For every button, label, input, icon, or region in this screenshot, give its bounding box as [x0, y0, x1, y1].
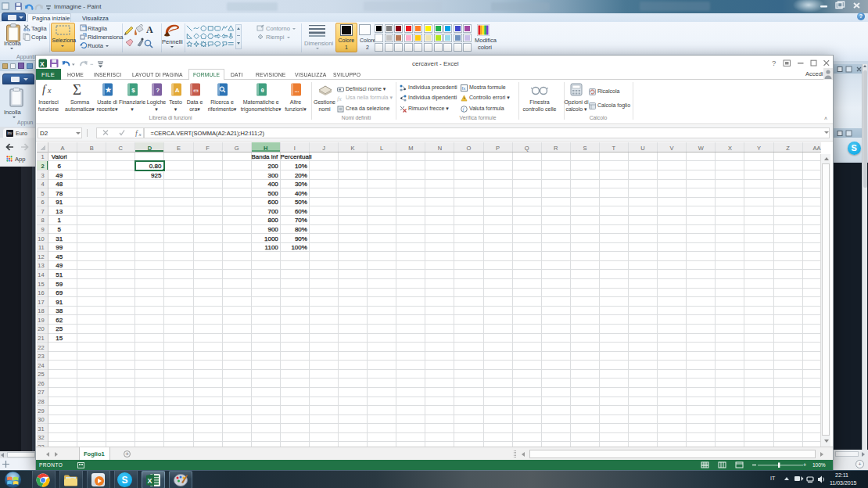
svg-text:6: 6	[41, 199, 44, 206]
svg-text:15: 15	[56, 335, 63, 342]
svg-text:49: 49	[56, 262, 63, 269]
svg-text:x: x	[138, 131, 142, 138]
svg-text:500: 500	[267, 190, 278, 197]
svg-text:32: 32	[38, 434, 44, 441]
svg-text:99: 99	[56, 244, 63, 251]
svg-text:17: 17	[38, 299, 44, 306]
svg-text:400: 400	[267, 181, 278, 188]
svg-text:X: X	[148, 476, 152, 484]
svg-text:19: 19	[38, 317, 44, 324]
svg-text:I: I	[293, 145, 295, 152]
svg-text:925: 925	[151, 172, 162, 179]
svg-text:0.80: 0.80	[149, 163, 161, 170]
svg-text:50%: 50%	[294, 199, 307, 206]
svg-text:★: ★	[106, 86, 113, 94]
svg-text:62: 62	[56, 317, 63, 324]
svg-text:F: F	[206, 145, 210, 152]
svg-text:B: B	[89, 145, 93, 152]
svg-text:23: 23	[38, 353, 44, 360]
svg-text:C: C	[118, 145, 123, 152]
svg-text:800: 800	[267, 217, 278, 224]
svg-text:fx: fx	[337, 95, 342, 102]
svg-text:U: U	[640, 145, 644, 152]
svg-text:f: f	[135, 130, 138, 138]
svg-text:f: f	[42, 83, 47, 95]
svg-text:900: 900	[267, 226, 278, 233]
svg-text:28: 28	[38, 398, 44, 405]
svg-text:5: 5	[41, 190, 44, 197]
svg-text:20: 20	[38, 325, 44, 332]
svg-text:59: 59	[56, 281, 63, 288]
svg-text:T: T	[612, 145, 615, 152]
svg-text:P: P	[495, 145, 499, 152]
svg-text:5: 5	[57, 226, 61, 233]
svg-text:1100: 1100	[264, 244, 278, 251]
svg-text:2: 2	[41, 163, 44, 170]
svg-text:D: D	[147, 145, 152, 152]
svg-text:N: N	[437, 145, 441, 152]
svg-text:6: 6	[57, 163, 61, 170]
svg-text:...: ...	[295, 88, 299, 93]
svg-text:Valori: Valori	[51, 153, 66, 160]
svg-text:700: 700	[267, 208, 278, 215]
svg-text:K: K	[350, 145, 354, 152]
svg-text:40%: 40%	[294, 190, 307, 197]
svg-text:69: 69	[56, 289, 63, 296]
svg-text:15: 15	[38, 281, 44, 288]
svg-text:30%: 30%	[294, 181, 307, 188]
svg-text:48: 48	[56, 181, 63, 188]
svg-text:20%: 20%	[294, 172, 307, 179]
svg-text:9: 9	[41, 226, 44, 233]
svg-text:Σ: Σ	[73, 81, 81, 97]
svg-text:29: 29	[38, 407, 44, 414]
svg-text:x: x	[47, 86, 52, 95]
svg-text:70%: 70%	[294, 217, 307, 224]
svg-text:1000: 1000	[264, 235, 278, 242]
svg-text:91: 91	[56, 299, 63, 306]
svg-text:38: 38	[56, 307, 63, 314]
svg-text:51: 51	[56, 271, 63, 278]
svg-text:A: A	[146, 24, 153, 35]
svg-text:26: 26	[38, 380, 44, 387]
svg-text:13: 13	[56, 208, 63, 215]
svg-text:80%: 80%	[294, 226, 307, 233]
svg-text:Z: Z	[786, 145, 790, 152]
svg-text:30: 30	[38, 416, 44, 423]
svg-text:V: V	[669, 145, 673, 152]
svg-text:A: A	[60, 145, 64, 152]
svg-text:16: 16	[38, 289, 44, 296]
svg-text:7: 7	[41, 208, 44, 215]
svg-text:200: 200	[267, 163, 278, 170]
svg-text:θ: θ	[260, 87, 264, 94]
svg-text:10%: 10%	[294, 163, 307, 170]
svg-text:22: 22	[38, 344, 44, 351]
svg-text:Q: Q	[524, 145, 529, 152]
svg-text:91: 91	[56, 199, 63, 206]
svg-text:R: R	[554, 145, 558, 152]
svg-text:H: H	[264, 145, 267, 152]
svg-text:L: L	[380, 145, 383, 152]
svg-text:A: A	[174, 87, 179, 94]
svg-text:13: 13	[38, 262, 44, 269]
svg-text:10: 10	[38, 235, 44, 242]
svg-text:31: 31	[56, 235, 63, 242]
svg-text:1: 1	[41, 153, 44, 160]
svg-text:O: O	[466, 145, 471, 152]
svg-text:90%: 90%	[294, 235, 307, 242]
svg-text:14: 14	[38, 271, 44, 278]
svg-text:24: 24	[38, 362, 44, 369]
svg-text:?: ?	[156, 87, 160, 94]
svg-text:25: 25	[56, 325, 63, 332]
svg-text:?: ?	[772, 59, 776, 67]
svg-text:1: 1	[57, 217, 61, 224]
svg-text:12: 12	[38, 253, 44, 260]
svg-text:f: f	[463, 106, 465, 112]
svg-text:Y: Y	[756, 145, 760, 152]
svg-text:▭: ▭	[193, 88, 199, 93]
svg-text:M: M	[408, 145, 413, 152]
svg-text:AA: AA	[812, 145, 820, 152]
svg-text:31: 31	[38, 425, 44, 432]
svg-text:X: X	[727, 145, 731, 152]
svg-text:60%: 60%	[294, 208, 307, 215]
svg-text:3: 3	[41, 172, 44, 179]
